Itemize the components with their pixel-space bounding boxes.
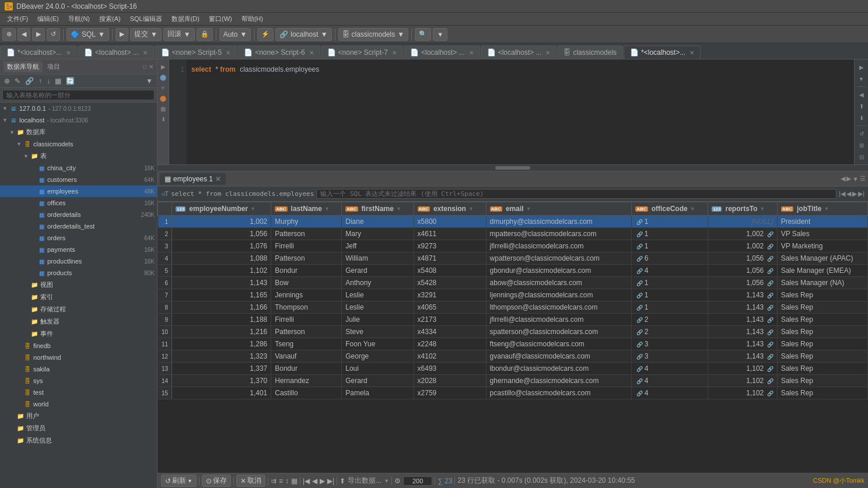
toolbar-commit-dropdown[interactable]: 提交▼ (130, 28, 162, 41)
status-icon-last[interactable]: ▶| (327, 477, 334, 485)
status-icon-next[interactable]: ▶ (320, 477, 325, 485)
tree-item-productlines[interactable]: ▦productlines16K (0, 255, 157, 267)
col-header-employeeNumber[interactable]: 123 employeeNumber ▼ (172, 202, 271, 216)
editor-icon-6[interactable]: ⬇ (159, 114, 168, 124)
panel-btn-6[interactable]: ▦ (53, 76, 63, 86)
filter-expression-input[interactable] (316, 189, 836, 199)
editor-content[interactable]: select * from classicmodels.employees (187, 59, 854, 164)
toolbar-forward-btn[interactable]: ▶ (32, 28, 45, 41)
tree-item-china_city[interactable]: ▦china_city16K (0, 162, 157, 174)
table-row[interactable]: 151,401CastilloPamelax2759pcastillo@clas… (158, 387, 868, 399)
panel-btn-2[interactable]: ✎ (13, 76, 22, 86)
tree-item-classicmodels[interactable]: ▼🗄classicmodels (0, 138, 157, 150)
filter-nav-start[interactable]: |◀ (839, 190, 845, 198)
toolbar-auto-dropdown[interactable]: Auto▼ (219, 28, 251, 41)
results-table-container[interactable]: 123 employeeNumber ▼ ABC lastName ▼ (158, 202, 868, 473)
table-row[interactable]: 81,166ThompsonLesliex4065lthompson@class… (158, 301, 868, 314)
toolbar-back-btn[interactable]: ◀ (18, 28, 30, 41)
toolbar-lock-btn[interactable]: 🔒 (197, 28, 213, 41)
menu-database[interactable]: 数据库(D) (167, 13, 204, 24)
tree-item-sys[interactable]: 🗄sys (0, 375, 157, 387)
editor-right-btn-4[interactable]: ⬆ (856, 101, 867, 111)
table-row[interactable]: 121,323VanaufGeorgex4102gvanauf@classicm… (158, 350, 868, 363)
top-tab-8[interactable]: 📄*<localhost>...✕ (624, 45, 701, 59)
tree-item-stored_procs[interactable]: 📁存储过程 (0, 303, 157, 315)
status-icon-prev[interactable]: ◀ (312, 477, 317, 485)
editor-icon-1[interactable]: ▶ (159, 62, 168, 71)
table-row[interactable]: 51,102BondurGerardx5408gbondur@classicmo… (158, 265, 868, 277)
tree-item-customers[interactable]: ▦customers64K (0, 174, 157, 185)
toolbar-execute-btn[interactable]: ▶ (116, 28, 128, 41)
filter-nav-prev[interactable]: ◀ (846, 190, 851, 198)
editor-right-btn-3[interactable]: ◀ (856, 89, 867, 100)
top-tab-2[interactable]: 📄<none> Script-5✕ (155, 45, 237, 59)
menu-search[interactable]: 搜索(A) (94, 13, 125, 24)
col-header-reportsTo[interactable]: 123 reportsTo ▼ (708, 202, 778, 216)
menu-help[interactable]: 帮助(H) (237, 13, 268, 24)
table-row[interactable]: 111,286TsengFoon Yuex2248ftseng@classicm… (158, 338, 868, 350)
top-tab-5[interactable]: 📄<localhost> ...✕ (404, 45, 480, 59)
toolbar-sql-dropdown[interactable]: 🔷SQL▼ (66, 28, 109, 41)
tree-item-databases[interactable]: ▼📁数据库 (0, 126, 157, 138)
panel-minimize-btn[interactable]: □ (143, 64, 146, 70)
results-extra-btn[interactable]: ☰ (860, 175, 866, 182)
menu-window[interactable]: 窗口(W) (204, 13, 237, 24)
status-icon-filter[interactable]: ≡ (279, 477, 283, 485)
editor-icon-3[interactable]: ≡ (159, 83, 168, 92)
col-header-email[interactable]: ABC email ▼ (486, 202, 632, 216)
tree-item-employees[interactable]: ▦employees48K (0, 185, 157, 197)
panel-btn-5[interactable]: ↓ (45, 76, 52, 86)
tree-item-test[interactable]: 🗄test (0, 387, 157, 398)
panel-filter-btn[interactable]: ▼ (144, 76, 155, 86)
status-icon-copy[interactable]: ⇉ (271, 477, 276, 485)
tree-item-payments[interactable]: ▦payments16K (0, 244, 157, 255)
table-row[interactable]: 131,337BondurLouix6493lbondur@classicmod… (158, 363, 868, 375)
editor-icon-4[interactable]: ⬤ (159, 93, 168, 103)
status-icon-cols[interactable]: ▦ (291, 477, 298, 485)
toolbar-refresh-btn[interactable]: ↺ (47, 28, 60, 41)
col-header-firstName[interactable]: ABC firstName ▼ (342, 202, 414, 216)
tree-item-triggers[interactable]: 📁触发器 (0, 315, 157, 328)
editor-right-btn-6[interactable]: ↺ (856, 128, 867, 139)
toolbar-rollback-dropdown[interactable]: 回滚▼ (163, 28, 195, 41)
tree-item-sysinfo[interactable]: 📁系统信息 (0, 434, 157, 447)
top-tab-4[interactable]: 📄<none> Script-7✕ (321, 45, 403, 59)
tree-item-northwind[interactable]: 🗄northwind (0, 352, 157, 363)
editor-icon-2[interactable]: ⬤ (159, 72, 168, 82)
tree-item-orders[interactable]: ▦orders64K (0, 232, 157, 244)
results-tab-close[interactable]: ✕ (215, 175, 221, 183)
results-scroll-left[interactable]: ◀ (841, 175, 845, 182)
toolbar-new-btn[interactable]: ⊕ (2, 28, 16, 41)
results-scroll-right[interactable]: ▶ (846, 175, 851, 182)
top-tab-6[interactable]: 📄<localhost> ...✕ (481, 45, 557, 59)
status-export-label[interactable]: 导出数据... (348, 476, 382, 486)
panel-btn-7[interactable]: 🔄 (64, 76, 76, 86)
page-size-input[interactable] (403, 476, 432, 486)
panel-tab-project[interactable]: 项目 (44, 61, 64, 72)
results-more-btn[interactable]: ▼ (852, 175, 859, 182)
tree-item-views[interactable]: 📁视图 (0, 279, 157, 291)
editor-icon-5[interactable]: ▦ (159, 104, 168, 113)
col-header-officeCode[interactable]: ABC officeCode ▼ (632, 202, 708, 216)
table-row[interactable]: 141,370HernandezGerardx2028ghernande@cla… (158, 375, 868, 387)
toolbar-more-btn[interactable]: ▼ (433, 28, 447, 41)
menu-sql[interactable]: SQL编辑器 (125, 13, 167, 24)
refresh-btn[interactable]: ↺刷新▼ (161, 475, 197, 487)
filter-nav-end[interactable]: ▶| (858, 190, 864, 198)
editor-right-btn-5[interactable]: ⬇ (856, 113, 867, 123)
toolbar-connect-btn[interactable]: ⚡ (257, 28, 274, 41)
status-icon-first[interactable]: |◀ (303, 477, 310, 485)
tree-item-orderdetails[interactable]: ▦orderdetails240K (0, 209, 157, 220)
tree-item-server1[interactable]: ▼🖥127.0.0.1- 127.0.0.1:8123 (0, 103, 157, 114)
table-row[interactable]: 91,188FirrelliJuliex2173jfirrelli@classi… (158, 314, 868, 326)
tree-item-users[interactable]: 📁用户 (0, 410, 157, 422)
tree-item-server2[interactable]: ▼🖥localhost- localhost:3306 (0, 114, 157, 126)
tree-item-indexes[interactable]: 📁索引 (0, 291, 157, 303)
editor-right-btn-8[interactable]: ⊟ (856, 152, 867, 162)
panel-btn-1[interactable]: ⊕ (2, 76, 12, 86)
status-icon-settings[interactable]: ⚙ (394, 477, 401, 485)
top-tab-1[interactable]: 📄<localhost> ...✕ (78, 45, 154, 59)
status-icon-sort[interactable]: ↕ (285, 477, 289, 485)
editor-right-btn-7[interactable]: ⊞ (856, 140, 867, 150)
tree-item-orderdetails_test[interactable]: ▦orderdetails_test (0, 220, 157, 232)
